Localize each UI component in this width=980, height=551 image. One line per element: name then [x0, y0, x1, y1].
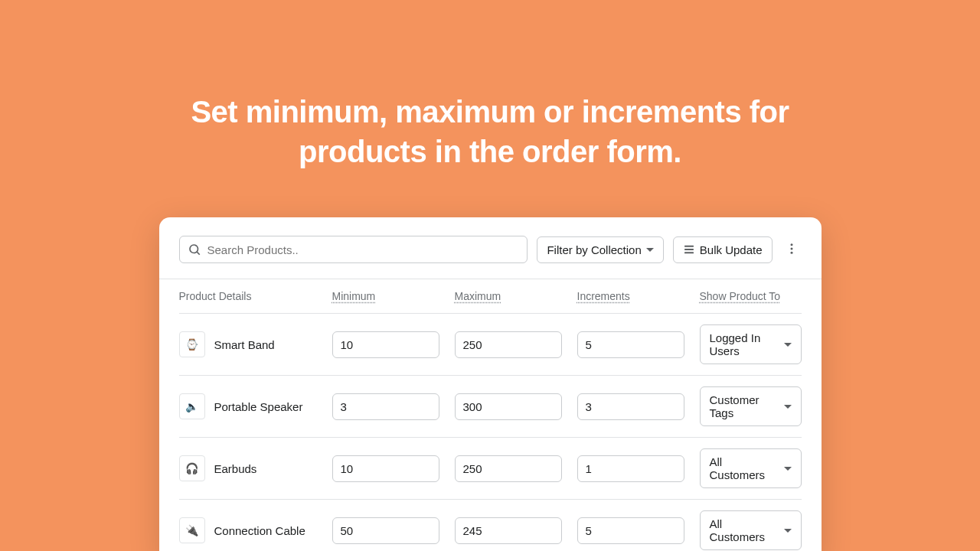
search-icon	[188, 243, 201, 256]
svg-point-0	[190, 245, 198, 253]
table-row: ⌚ Smart Band Logged In Users	[179, 313, 802, 375]
maximum-input[interactable]	[455, 393, 562, 420]
chevron-down-icon	[784, 529, 792, 533]
col-increments: Increments	[577, 290, 684, 302]
show-to-value: Logged In Users	[710, 331, 778, 357]
minimum-input[interactable]	[332, 331, 439, 358]
chevron-down-icon	[646, 248, 654, 252]
search-field[interactable]	[179, 236, 528, 263]
increments-input[interactable]	[577, 331, 684, 358]
chevron-down-icon	[784, 343, 792, 347]
list-icon	[683, 243, 695, 256]
show-to-select[interactable]: Logged In Users	[700, 324, 802, 364]
svg-rect-4	[684, 252, 694, 253]
col-minimum: Minimum	[332, 290, 439, 302]
maximum-input[interactable]	[455, 331, 562, 358]
chevron-down-icon	[784, 405, 792, 409]
col-product: Product Details	[179, 290, 317, 302]
col-showto: Show Product To	[700, 290, 802, 302]
toolbar: Filter by Collection Bulk Update	[179, 236, 802, 263]
search-input[interactable]	[207, 243, 520, 256]
increments-input[interactable]	[577, 455, 684, 482]
show-to-select[interactable]: Customer Tags	[700, 386, 802, 426]
maximum-input[interactable]	[455, 517, 562, 544]
more-vertical-icon	[785, 242, 799, 256]
product-name: Smart Band	[214, 338, 275, 351]
product-name: Connection Cable	[214, 524, 305, 537]
product-name: Earbuds	[214, 462, 257, 475]
product-thumb: 🔌	[179, 517, 205, 543]
table-row: 🔈 Portable Speaker Customer Tags	[179, 375, 802, 437]
product-thumb: 🎧	[179, 455, 205, 481]
minimum-input[interactable]	[332, 393, 439, 420]
more-actions-button[interactable]	[782, 237, 802, 262]
table-row: 🎧 Earbuds All Customers	[179, 437, 802, 499]
chevron-down-icon	[784, 467, 792, 471]
minimum-input[interactable]	[332, 455, 439, 482]
bulk-update-button[interactable]: Bulk Update	[673, 236, 773, 263]
show-to-value: All Customers	[710, 455, 778, 481]
table-header: Product Details Minimum Maximum Incremen…	[179, 279, 802, 313]
product-name: Portable Speaker	[214, 400, 303, 413]
increments-input[interactable]	[577, 517, 684, 544]
show-to-select[interactable]: All Customers	[700, 510, 802, 550]
svg-point-6	[790, 247, 792, 249]
increments-input[interactable]	[577, 393, 684, 420]
settings-card: Filter by Collection Bulk Update Product…	[159, 217, 822, 551]
bulk-label: Bulk Update	[700, 243, 763, 256]
show-to-select[interactable]: All Customers	[700, 448, 802, 488]
hero-title: Set minimum, maximum or increments for p…	[145, 0, 835, 171]
svg-point-7	[790, 251, 792, 253]
filter-collection-button[interactable]: Filter by Collection	[537, 236, 663, 263]
svg-line-1	[197, 252, 200, 255]
table-row: 🔌 Connection Cable All Customers	[179, 499, 802, 551]
minimum-input[interactable]	[332, 517, 439, 544]
filter-label: Filter by Collection	[547, 243, 641, 256]
col-maximum: Maximum	[455, 290, 562, 302]
show-to-value: Customer Tags	[710, 393, 778, 419]
svg-rect-3	[684, 249, 694, 250]
svg-rect-2	[684, 246, 694, 247]
product-thumb: ⌚	[179, 331, 205, 357]
show-to-value: All Customers	[710, 517, 778, 543]
product-thumb: 🔈	[179, 393, 205, 419]
svg-point-5	[790, 243, 792, 246]
maximum-input[interactable]	[455, 455, 562, 482]
